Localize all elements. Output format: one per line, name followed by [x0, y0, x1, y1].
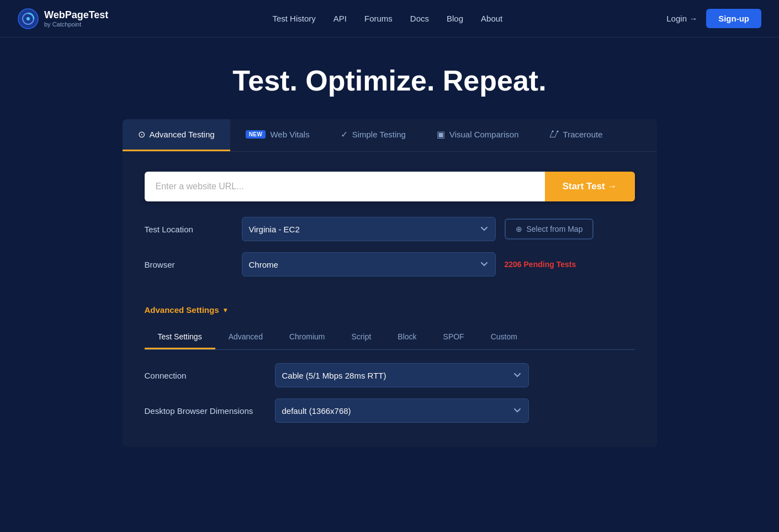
svg-point-2 — [27, 17, 30, 20]
inner-tab-block[interactable]: Block — [384, 326, 430, 349]
nav-actions: Login → Sign-up — [666, 9, 761, 28]
connection-row: Connection Cable (5/1 Mbps 28ms RTT) DSL… — [145, 363, 635, 387]
main-container: ⊙ Advanced Testing NEW Web Vitals ✓ Simp… — [114, 119, 666, 447]
form-section: Test Location Virginia - EC2 California … — [123, 217, 657, 301]
tab-traceroute-label: Traceroute — [563, 130, 603, 139]
hero-headline: Test. Optimize. Repeat. — [0, 64, 779, 97]
advanced-settings-arrow: ▾ — [224, 306, 227, 314]
test-panel: ⊙ Advanced Testing NEW Web Vitals ✓ Simp… — [123, 119, 657, 447]
tab-traceroute[interactable]: ⌰ Traceroute — [534, 119, 618, 151]
logo-text: WebPageTest by Catchpoint — [44, 9, 108, 28]
settings-section: Connection Cable (5/1 Mbps 28ms RTT) DSL… — [123, 350, 657, 447]
inner-tab-advanced[interactable]: Advanced — [215, 326, 276, 349]
nav-links: Test History API Forums Docs Blog About — [272, 14, 502, 23]
logo[interactable]: WebPageTest by Catchpoint — [18, 8, 108, 29]
nav-forums[interactable]: Forums — [364, 14, 393, 23]
location-label: Test Location — [145, 225, 233, 234]
advanced-settings-toggle[interactable]: Advanced Settings ▾ — [123, 305, 657, 315]
connection-label: Connection — [145, 371, 266, 380]
inner-tab-chromium[interactable]: Chromium — [276, 326, 338, 349]
connection-select[interactable]: Cable (5/1 Mbps 28ms RTT) DSL (1.5/0.384… — [275, 363, 529, 387]
location-select[interactable]: Virginia - EC2 California - EC2 Oregon -… — [242, 217, 496, 241]
tab-advanced-testing[interactable]: ⊙ Advanced Testing — [123, 119, 230, 151]
tab-web-vitals-label: Web Vitals — [270, 130, 309, 139]
browser-select[interactable]: Chrome Firefox Safari Edge — [242, 252, 496, 276]
map-pin-icon: ⊕ — [516, 225, 522, 233]
nav-api[interactable]: API — [333, 14, 347, 23]
advanced-testing-icon: ⊙ — [138, 129, 145, 140]
browser-row: Browser Chrome Firefox Safari Edge 2206 … — [145, 252, 635, 276]
url-row: Start Test → — [145, 172, 635, 201]
advanced-settings-label: Advanced Settings — [145, 305, 219, 315]
browser-label: Browser — [145, 260, 233, 269]
tab-simple-testing-label: Simple Testing — [352, 130, 406, 139]
login-button[interactable]: Login → — [666, 14, 697, 23]
inner-tab-bar: Test Settings Advanced Chromium Script B… — [145, 326, 635, 350]
tab-bar: ⊙ Advanced Testing NEW Web Vitals ✓ Simp… — [123, 119, 657, 152]
inner-tab-script[interactable]: Script — [338, 326, 385, 349]
traceroute-icon: ⌰ — [550, 130, 559, 140]
inner-tab-custom[interactable]: Custom — [478, 326, 531, 349]
map-btn-label: Select from Map — [527, 225, 583, 233]
signup-button[interactable]: Sign-up — [706, 9, 761, 28]
tab-visual-comparison-label: Visual Comparison — [449, 130, 519, 139]
tab-advanced-testing-label: Advanced Testing — [150, 130, 215, 139]
dimensions-row: Desktop Browser Dimensions default (1366… — [145, 398, 635, 423]
start-test-button[interactable]: Start Test → — [545, 172, 635, 201]
visual-comparison-icon: ▣ — [437, 129, 445, 140]
inner-tab-spof[interactable]: SPOF — [430, 326, 478, 349]
nav-blog[interactable]: Blog — [447, 14, 463, 23]
logo-icon — [18, 8, 39, 29]
nav-docs[interactable]: Docs — [410, 14, 429, 23]
url-section: Start Test → — [123, 152, 657, 217]
inner-tab-test-settings[interactable]: Test Settings — [145, 326, 215, 349]
simple-testing-icon: ✓ — [341, 129, 348, 140]
select-from-map-button[interactable]: ⊕ Select from Map — [505, 219, 594, 240]
new-badge: NEW — [246, 130, 266, 139]
tab-simple-testing[interactable]: ✓ Simple Testing — [325, 119, 421, 151]
tab-web-vitals[interactable]: NEW Web Vitals — [230, 119, 325, 151]
pending-tests-badge: 2206 Pending Tests — [505, 260, 576, 269]
url-input[interactable] — [145, 172, 545, 201]
tab-visual-comparison[interactable]: ▣ Visual Comparison — [421, 119, 534, 151]
nav-about[interactable]: About — [481, 14, 502, 23]
dimensions-label: Desktop Browser Dimensions — [145, 406, 266, 416]
location-row: Test Location Virginia - EC2 California … — [145, 217, 635, 241]
dimensions-select[interactable]: default (1366x768) 1920x1080 1440x900 12… — [275, 398, 529, 423]
hero-section: Test. Optimize. Repeat. — [0, 38, 779, 119]
navigation: WebPageTest by Catchpoint Test History A… — [0, 0, 779, 38]
nav-test-history[interactable]: Test History — [272, 14, 315, 23]
